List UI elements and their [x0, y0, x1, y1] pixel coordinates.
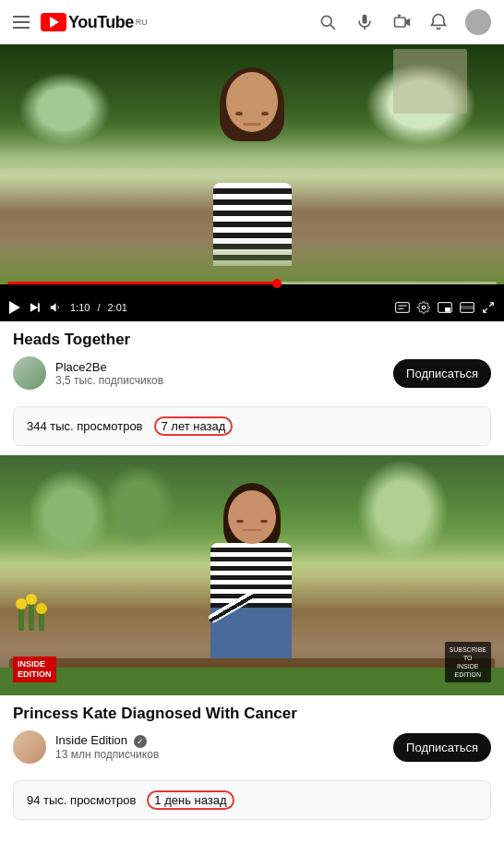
volume-button[interactable]: [48, 301, 63, 314]
svg-marker-8: [30, 303, 38, 311]
video-title-2: Princess Kate Diagnosed With Cancer: [13, 705, 491, 723]
svg-rect-2: [363, 15, 367, 24]
controls-right: [395, 301, 495, 314]
progress-track[interactable]: [7, 282, 497, 284]
progress-fill: [7, 282, 277, 284]
svg-marker-10: [51, 303, 56, 311]
video-player-2: INSIDE EDITION SUBSCRIBE TO INSIDE EDITI…: [0, 455, 504, 695]
stats-row-2: 94 тыс. просмотров 1 день назад: [13, 780, 491, 820]
video-info-1: Heads Together Place2Be 3,5 тыс. подписч…: [0, 321, 504, 403]
subscribe-button-1[interactable]: Подписаться: [393, 359, 491, 388]
view-count-2: 94 тыс. просмотров: [27, 793, 136, 807]
play-icon: [50, 17, 59, 28]
time-ago-1: 7 лет назад: [154, 416, 234, 436]
subscribe-corner-badge: SUBSCRIBE TO INSIDE EDITION: [445, 642, 491, 682]
grass: [0, 238, 504, 284]
country-code: RU: [136, 18, 148, 27]
grass-2: [0, 668, 504, 695]
progress-dot: [272, 279, 282, 288]
svg-rect-9: [38, 303, 40, 311]
header-right: [318, 9, 491, 35]
fullscreen-button[interactable]: [482, 301, 495, 314]
daffodils-left: [18, 603, 44, 631]
play-button[interactable]: [9, 301, 20, 314]
video-controls: 1:10 / 2:01: [0, 301, 504, 314]
settings-button[interactable]: [417, 301, 430, 314]
sub-badge-l3: INSIDE: [450, 662, 486, 670]
sub-badge-l1: SUBSCRIBE: [450, 645, 486, 654]
tree-left: [28, 469, 111, 561]
header: YouTube RU: [0, 0, 504, 44]
svg-rect-16: [445, 307, 450, 312]
channel-avatar-1[interactable]: [13, 356, 46, 390]
channel-name-1: Place2Be: [55, 360, 384, 374]
channel-subs-1: 3,5 тыс. подписчиков: [55, 374, 384, 387]
next-button[interactable]: [28, 301, 41, 314]
user-avatar[interactable]: [465, 9, 491, 35]
kb-face: [228, 503, 276, 557]
youtube-icon: [41, 13, 66, 31]
youtube-logo[interactable]: YouTube RU: [41, 13, 148, 32]
video-thumbnail-1: [0, 44, 504, 284]
channel-subs-2: 13 млн подписчиков: [55, 748, 384, 761]
progress-bar-area[interactable]: [0, 282, 504, 284]
theater-button[interactable]: [460, 302, 474, 313]
svg-line-1: [330, 25, 335, 30]
channel-row-1: Place2Be 3,5 тыс. подписчиков Подписатьс…: [13, 356, 491, 390]
channel-name-2: Inside Edition ✓: [55, 733, 384, 748]
verified-icon: ✓: [134, 735, 147, 748]
notifications-icon[interactable]: [428, 12, 449, 32]
miniplayer-button[interactable]: [438, 302, 452, 313]
svg-point-14: [422, 306, 426, 309]
youtube-text: YouTube: [68, 13, 134, 32]
video-info-2: Princess Kate Diagnosed With Cancer Insi…: [0, 695, 504, 777]
channel-avatar-2[interactable]: [13, 730, 46, 764]
time-ago-2: 1 день назад: [147, 790, 234, 810]
sub-badge-l4: EDITION: [450, 670, 486, 679]
svg-rect-18: [461, 306, 474, 309]
svg-rect-11: [396, 303, 410, 313]
time-separator: /: [97, 302, 100, 313]
inside-edition-badge: INSIDE EDITION: [13, 657, 56, 682]
current-time: 1:10: [70, 302, 90, 313]
inside-badge-line1: INSIDE: [18, 659, 52, 669]
channel-row-2: Inside Edition ✓ 13 млн подписчиков Подп…: [13, 730, 491, 764]
captions-button[interactable]: [395, 302, 410, 313]
mic-icon[interactable]: [354, 12, 375, 32]
video-title-1: Heads Together: [13, 331, 491, 349]
svg-line-20: [484, 308, 487, 312]
channel-info-1: Place2Be 3,5 тыс. подписчиков: [55, 360, 384, 387]
sub-badge-l2: TO: [450, 654, 486, 662]
tree-right: [356, 460, 449, 561]
video-player-1: 1:10 / 2:01: [0, 44, 504, 321]
play-triangle-icon: [9, 301, 20, 314]
channel-info-2: Inside Edition ✓ 13 млн подписчиков: [55, 733, 384, 761]
svg-line-19: [489, 303, 493, 307]
face: [226, 95, 278, 155]
search-icon[interactable]: [318, 12, 338, 32]
video-thumbnail-2: INSIDE EDITION SUBSCRIBE TO INSIDE EDITI…: [0, 455, 504, 695]
subscribe-button-2[interactable]: Подписаться: [393, 733, 491, 762]
kb-body: [210, 543, 294, 663]
hamburger-menu[interactable]: [13, 16, 30, 29]
bg-tree-left: [18, 72, 111, 146]
view-count-1: 344 тыс. просмотров: [27, 419, 143, 433]
header-left: YouTube RU: [13, 13, 148, 32]
total-time: 2:01: [107, 302, 126, 313]
svg-rect-4: [395, 18, 406, 27]
create-icon[interactable]: [391, 12, 412, 32]
inside-badge-line2: EDITION: [18, 669, 52, 680]
stats-row-1: 344 тыс. просмотров 7 лет назад: [13, 406, 491, 446]
building: [393, 49, 467, 114]
